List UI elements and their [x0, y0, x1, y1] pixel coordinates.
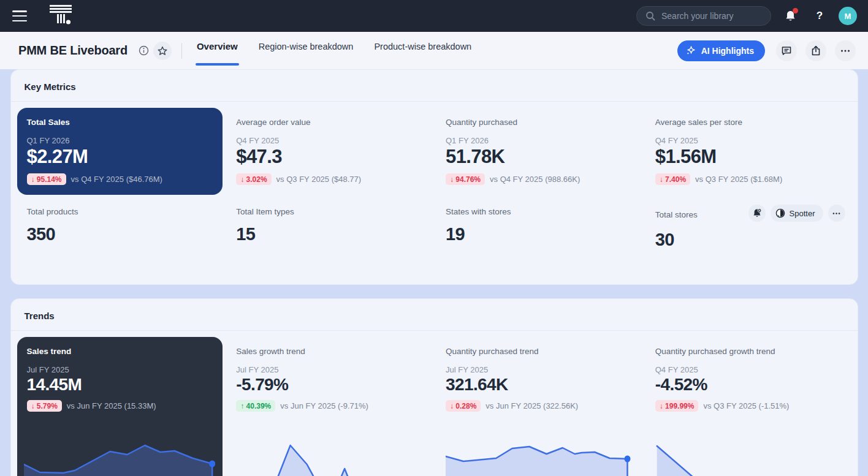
- top-navbar: Search your library ? M: [0, 0, 868, 32]
- kpi-card-states-with-stores[interactable]: States with stores 19: [436, 198, 642, 260]
- info-icon[interactable]: [135, 42, 153, 60]
- search-icon: [645, 11, 655, 21]
- kpi-value: $1.56M: [655, 146, 842, 168]
- comments-icon[interactable]: [776, 40, 797, 61]
- trend-card-quantity-purchased-growth-trend[interactable]: Quantity purchased growth trend Q4 FY 20…: [645, 337, 851, 476]
- trends-title: Trends: [11, 299, 858, 331]
- kpi-title: Total Item types: [236, 207, 422, 216]
- ai-sparkle-icon: [686, 45, 696, 56]
- notifications-bell-icon[interactable]: [780, 6, 801, 26]
- kpi-title: States with stores: [446, 207, 632, 216]
- key-metrics-row-1: Total Sales Q1 FY 2026 $2.27M ↓ 95.14% v…: [17, 108, 851, 195]
- sparkline-chart: [446, 441, 632, 476]
- tab-product-wise-breakdown[interactable]: Product-wise breakdown: [373, 32, 473, 69]
- trends-body: Sales trend Jul FY 2025 14.45M ↓ 5.79% v…: [11, 331, 858, 476]
- change-comparison: vs Q4 FY 2025 ($46.76M): [71, 175, 162, 184]
- kpi-title: Total products: [27, 207, 213, 216]
- kpi-title: Total stores: [655, 210, 698, 219]
- user-avatar[interactable]: M: [839, 7, 857, 25]
- trend-card-sales-growth-trend[interactable]: Sales growth trend Jul FY 2025 -5.79% ↑ …: [226, 337, 432, 476]
- avatar-initial: M: [845, 12, 851, 21]
- sparkline-chart: [655, 441, 842, 476]
- key-metrics-body: Total Sales Q1 FY 2026 $2.27M ↓ 95.14% v…: [11, 102, 858, 284]
- change-badge: ↓ 0.28%: [446, 400, 481, 412]
- kpi-period: Q1 FY 2026: [446, 136, 632, 145]
- card-hover-toolbar: Spotter: [748, 205, 845, 222]
- spotter-logo-icon: [775, 208, 785, 218]
- notification-badge: [793, 8, 798, 13]
- kpi-value: 350: [27, 224, 213, 244]
- favorite-star-icon[interactable]: [153, 42, 172, 60]
- trend-card-sales-trend[interactable]: Sales trend Jul FY 2025 14.45M ↓ 5.79% v…: [17, 337, 223, 476]
- trend-value: -5.79%: [236, 375, 422, 395]
- change-badge: ↑ 40.39%: [236, 400, 275, 412]
- page-title: PMM BE Liveboard: [18, 43, 128, 58]
- hamburger-menu-icon[interactable]: [12, 10, 27, 21]
- kpi-card-total-sales[interactable]: Total Sales Q1 FY 2026 $2.27M ↓ 95.14% v…: [17, 108, 223, 195]
- ai-highlights-label: AI Highlights: [701, 46, 754, 56]
- trend-card-quantity-purchased-trend[interactable]: Quantity purchased trend Jul FY 2025 321…: [436, 337, 642, 476]
- change-comparison: vs Q3 FY 2025 (-1.51%): [703, 401, 789, 410]
- kpi-title: Quantity purchased: [446, 118, 632, 127]
- change-comparison: vs Q4 FY 2025 (988.66K): [490, 175, 580, 184]
- kpi-alert-bell-icon[interactable]: [748, 205, 766, 222]
- share-icon[interactable]: [805, 40, 826, 61]
- kpi-card-average-sales-per-store[interactable]: Average sales per store Q4 FY 2025 $1.56…: [645, 108, 851, 195]
- kpi-title: Average sales per store: [655, 118, 842, 127]
- search-placeholder: Search your library: [661, 11, 734, 21]
- tab-overview[interactable]: Overview: [196, 32, 239, 69]
- kpi-value: 51.78K: [446, 146, 632, 168]
- kpi-card-total-stores[interactable]: Total stores: [645, 198, 851, 260]
- change-comparison: vs Jun FY 2025 (322.56K): [485, 401, 578, 410]
- trend-change: ↑ 40.39% vs Jun FY 2025 (-9.71%): [236, 400, 422, 412]
- header-divider: [181, 43, 182, 59]
- tab-region-wise-breakdown[interactable]: Region-wise breakdown: [257, 32, 355, 69]
- trend-title: Sales growth trend: [236, 347, 422, 356]
- kpi-period: Q1 FY 2026: [27, 136, 213, 145]
- key-metrics-row-2: Total products 350 Total Item types 15 S…: [17, 198, 851, 260]
- kpi-change: ↓ 7.40% vs Q3 FY 2025 ($1.68M): [655, 173, 842, 185]
- kpi-card-average-order-value[interactable]: Average order value Q4 FY 2025 $47.3 ↓ 3…: [226, 108, 432, 195]
- thoughtspot-logo-icon[interactable]: [49, 4, 72, 28]
- kpi-value: 30: [655, 230, 842, 250]
- more-options-icon[interactable]: [835, 40, 856, 61]
- trend-value: 321.64K: [446, 375, 632, 395]
- trends-row: Sales trend Jul FY 2025 14.45M ↓ 5.79% v…: [17, 337, 851, 476]
- trend-value: 14.45M: [27, 375, 213, 395]
- kpi-card-total-products[interactable]: Total products 350: [17, 198, 223, 260]
- kpi-card-total-item-types[interactable]: Total Item types 15: [226, 198, 432, 260]
- kpi-value: 15: [236, 224, 422, 244]
- key-metrics-panel: Key Metrics Total Sales Q1 FY 2026 $2.27…: [10, 69, 858, 285]
- change-badge: ↓ 199.99%: [655, 400, 699, 412]
- trend-title: Quantity purchased trend: [446, 347, 632, 356]
- kpi-change: ↓ 94.76% vs Q4 FY 2025 (988.66K): [446, 173, 632, 185]
- card-more-options-icon[interactable]: [828, 205, 845, 222]
- kpi-value: $2.27M: [27, 146, 213, 168]
- trend-change: ↓ 0.28% vs Jun FY 2025 (322.56K): [446, 400, 632, 412]
- change-badge: ↓ 94.76%: [446, 173, 485, 185]
- change-comparison: vs Jun FY 2025 (15.33M): [67, 401, 156, 410]
- key-metrics-title: Key Metrics: [11, 70, 858, 102]
- kpi-value: 19: [446, 224, 632, 244]
- kpi-title: Total Sales: [27, 118, 213, 127]
- trend-period: Jul FY 2025: [236, 365, 422, 374]
- kpi-period: Q4 FY 2025: [655, 136, 842, 145]
- kpi-period: Q4 FY 2025: [236, 136, 422, 145]
- help-icon[interactable]: ?: [809, 6, 830, 26]
- change-badge: ↓ 3.02%: [236, 173, 271, 185]
- spotter-label: Spotter: [790, 209, 815, 218]
- kpi-card-quantity-purchased[interactable]: Quantity purchased Q1 FY 2026 51.78K ↓ 9…: [436, 108, 642, 195]
- kpi-change: ↓ 95.14% vs Q4 FY 2025 ($46.76M): [27, 173, 213, 185]
- ai-highlights-button[interactable]: AI Highlights: [677, 40, 765, 61]
- trend-value: -4.52%: [655, 375, 842, 395]
- trend-change: ↓ 5.79% vs Jun FY 2025 (15.33M): [27, 400, 213, 412]
- sparkline-chart: [24, 441, 216, 476]
- kpi-change: ↓ 3.02% vs Q3 FY 2025 ($48.77): [236, 173, 422, 185]
- library-search-input[interactable]: Search your library: [636, 6, 771, 26]
- liveboard-header: PMM BE Liveboard Overview Region-wise br…: [0, 32, 868, 69]
- kpi-title: Average order value: [236, 118, 422, 127]
- liveboard-tabs: Overview Region-wise breakdown Product-w…: [196, 32, 473, 69]
- spotter-button[interactable]: Spotter: [771, 205, 823, 222]
- sparkline-chart: [236, 441, 422, 476]
- change-comparison: vs Q3 FY 2025 ($1.68M): [695, 175, 782, 184]
